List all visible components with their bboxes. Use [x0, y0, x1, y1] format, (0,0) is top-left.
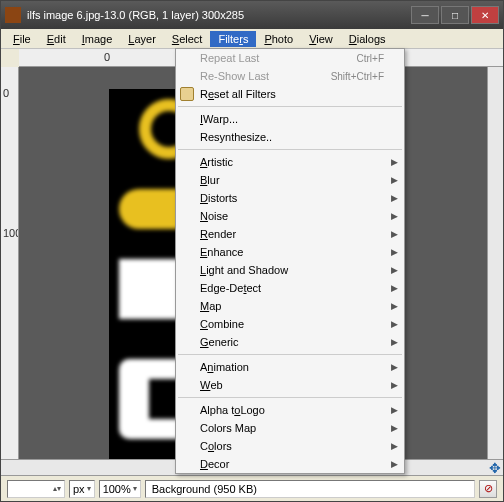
menu-render[interactable]: Render▶: [176, 225, 404, 243]
menu-layer[interactable]: Layer: [120, 31, 164, 47]
stepper-icon[interactable]: ▴▾: [53, 484, 61, 493]
submenu-arrow-icon: ▶: [391, 405, 398, 415]
close-button[interactable]: ✕: [471, 6, 499, 24]
submenu-arrow-icon: ▶: [391, 229, 398, 239]
menu-web[interactable]: Web▶: [176, 376, 404, 394]
submenu-arrow-icon: ▶: [391, 283, 398, 293]
submenu-arrow-icon: ▶: [391, 247, 398, 257]
menu-view[interactable]: View: [301, 31, 341, 47]
menu-combine[interactable]: Combine▶: [176, 315, 404, 333]
window-title: ilfs image 6.jpg-13.0 (RGB, 1 layer) 300…: [27, 9, 411, 21]
submenu-arrow-icon: ▶: [391, 175, 398, 185]
submenu-arrow-icon: ▶: [391, 211, 398, 221]
minimize-button[interactable]: ─: [411, 6, 439, 24]
titlebar[interactable]: ilfs image 6.jpg-13.0 (RGB, 1 layer) 300…: [1, 1, 503, 29]
menu-colors-map[interactable]: Colors Map▶: [176, 419, 404, 437]
menubar: File Edit Image Layer Select Filters Pho…: [1, 29, 503, 49]
menu-dialogs[interactable]: Dialogs: [341, 31, 394, 47]
zoom-select[interactable]: 100% ▾: [99, 480, 141, 498]
menu-repeat-last[interactable]: Repeat LastCtrl+F: [176, 49, 404, 67]
unit-select[interactable]: px ▾: [69, 480, 95, 498]
chevron-down-icon: ▾: [133, 484, 137, 493]
maximize-button[interactable]: □: [441, 6, 469, 24]
menu-map[interactable]: Map▶: [176, 297, 404, 315]
menu-noise[interactable]: Noise▶: [176, 207, 404, 225]
submenu-arrow-icon: ▶: [391, 157, 398, 167]
menu-file[interactable]: File: [5, 31, 39, 47]
menu-photo[interactable]: Photo: [256, 31, 301, 47]
layer-status: Background (950 KB): [145, 480, 475, 498]
submenu-arrow-icon: ▶: [391, 337, 398, 347]
reset-icon: [180, 87, 194, 101]
menu-image[interactable]: Image: [74, 31, 121, 47]
menu-reshow-last[interactable]: Re-Show LastShift+Ctrl+F: [176, 67, 404, 85]
chevron-down-icon: ▾: [87, 484, 91, 493]
submenu-arrow-icon: ▶: [391, 380, 398, 390]
menu-light-shadow[interactable]: Light and Shadow▶: [176, 261, 404, 279]
menu-colors[interactable]: Colors▶: [176, 437, 404, 455]
scrollbar-vertical[interactable]: [487, 67, 503, 459]
position-field[interactable]: ▴▾: [7, 480, 65, 498]
ruler-vertical: 0 100: [1, 67, 19, 459]
menu-enhance[interactable]: Enhance▶: [176, 243, 404, 261]
submenu-arrow-icon: ▶: [391, 319, 398, 329]
submenu-arrow-icon: ▶: [391, 441, 398, 451]
statusbar: ▴▾ px ▾ 100% ▾ Background (950 KB) ⊘: [1, 475, 503, 501]
menu-decor[interactable]: Decor▶: [176, 455, 404, 473]
menu-alpha-to-logo[interactable]: Alpha to Logo▶: [176, 401, 404, 419]
navigation-icon[interactable]: ✥: [487, 460, 503, 475]
app-icon: [5, 7, 21, 23]
menu-iwarp[interactable]: IWarp...: [176, 110, 404, 128]
menu-select[interactable]: Select: [164, 31, 211, 47]
filters-dropdown: Repeat LastCtrl+F Re-Show LastShift+Ctrl…: [175, 48, 405, 474]
submenu-arrow-icon: ▶: [391, 193, 398, 203]
menu-reset-filters[interactable]: Reset all Filters: [176, 85, 404, 103]
menu-edit[interactable]: Edit: [39, 31, 74, 47]
cancel-button[interactable]: ⊘: [479, 480, 497, 498]
submenu-arrow-icon: ▶: [391, 423, 398, 433]
submenu-arrow-icon: ▶: [391, 301, 398, 311]
menu-animation[interactable]: Animation▶: [176, 358, 404, 376]
submenu-arrow-icon: ▶: [391, 362, 398, 372]
menu-distorts[interactable]: Distorts▶: [176, 189, 404, 207]
menu-blur[interactable]: Blur▶: [176, 171, 404, 189]
menu-artistic[interactable]: Artistic▶: [176, 153, 404, 171]
menu-generic[interactable]: Generic▶: [176, 333, 404, 351]
menu-edge-detect[interactable]: Edge-Detect▶: [176, 279, 404, 297]
submenu-arrow-icon: ▶: [391, 265, 398, 275]
menu-resynthesize[interactable]: Resynthesize..: [176, 128, 404, 146]
menu-filters[interactable]: Filters: [210, 31, 256, 47]
pos-input[interactable]: [11, 483, 51, 495]
submenu-arrow-icon: ▶: [391, 459, 398, 469]
